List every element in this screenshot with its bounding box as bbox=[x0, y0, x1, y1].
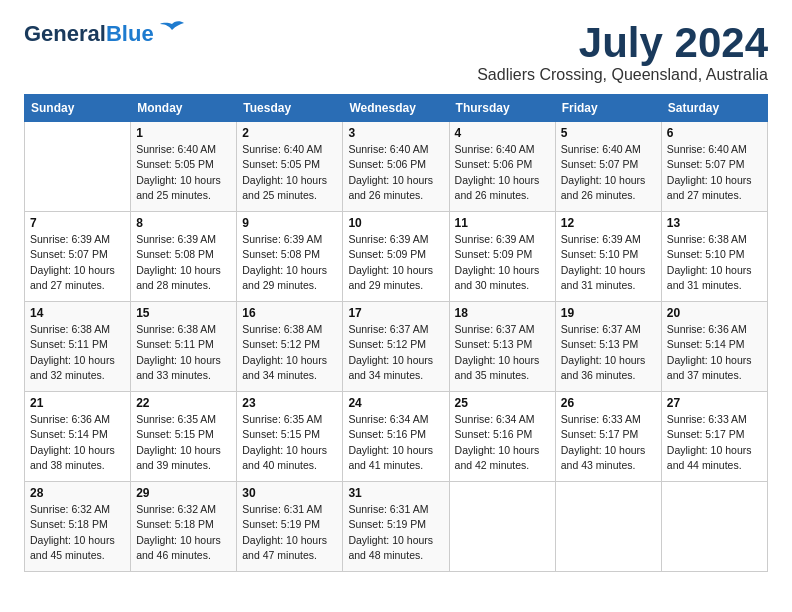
day-info: Sunrise: 6:40 AM Sunset: 5:07 PM Dayligh… bbox=[667, 142, 762, 203]
weekday-header-monday: Monday bbox=[131, 95, 237, 122]
calendar-cell: 14Sunrise: 6:38 AM Sunset: 5:11 PM Dayli… bbox=[25, 302, 131, 392]
calendar-week-row: 1Sunrise: 6:40 AM Sunset: 5:05 PM Daylig… bbox=[25, 122, 768, 212]
day-number: 23 bbox=[242, 396, 337, 410]
day-info: Sunrise: 6:38 AM Sunset: 5:12 PM Dayligh… bbox=[242, 322, 337, 383]
day-number: 7 bbox=[30, 216, 125, 230]
calendar-cell: 2Sunrise: 6:40 AM Sunset: 5:05 PM Daylig… bbox=[237, 122, 343, 212]
calendar-cell: 29Sunrise: 6:32 AM Sunset: 5:18 PM Dayli… bbox=[131, 482, 237, 572]
calendar-cell: 19Sunrise: 6:37 AM Sunset: 5:13 PM Dayli… bbox=[555, 302, 661, 392]
calendar-cell: 31Sunrise: 6:31 AM Sunset: 5:19 PM Dayli… bbox=[343, 482, 449, 572]
logo-bird-icon bbox=[158, 20, 186, 47]
calendar-cell: 30Sunrise: 6:31 AM Sunset: 5:19 PM Dayli… bbox=[237, 482, 343, 572]
calendar-cell: 9Sunrise: 6:39 AM Sunset: 5:08 PM Daylig… bbox=[237, 212, 343, 302]
calendar-cell: 28Sunrise: 6:32 AM Sunset: 5:18 PM Dayli… bbox=[25, 482, 131, 572]
day-number: 5 bbox=[561, 126, 656, 140]
calendar-cell: 21Sunrise: 6:36 AM Sunset: 5:14 PM Dayli… bbox=[25, 392, 131, 482]
day-number: 15 bbox=[136, 306, 231, 320]
calendar-cell: 8Sunrise: 6:39 AM Sunset: 5:08 PM Daylig… bbox=[131, 212, 237, 302]
day-number: 26 bbox=[561, 396, 656, 410]
day-info: Sunrise: 6:38 AM Sunset: 5:10 PM Dayligh… bbox=[667, 232, 762, 293]
day-info: Sunrise: 6:39 AM Sunset: 5:08 PM Dayligh… bbox=[136, 232, 231, 293]
calendar-cell: 3Sunrise: 6:40 AM Sunset: 5:06 PM Daylig… bbox=[343, 122, 449, 212]
calendar-cell: 26Sunrise: 6:33 AM Sunset: 5:17 PM Dayli… bbox=[555, 392, 661, 482]
day-info: Sunrise: 6:40 AM Sunset: 5:05 PM Dayligh… bbox=[242, 142, 337, 203]
calendar-cell: 15Sunrise: 6:38 AM Sunset: 5:11 PM Dayli… bbox=[131, 302, 237, 392]
weekday-header-thursday: Thursday bbox=[449, 95, 555, 122]
day-info: Sunrise: 6:32 AM Sunset: 5:18 PM Dayligh… bbox=[30, 502, 125, 563]
day-info: Sunrise: 6:36 AM Sunset: 5:14 PM Dayligh… bbox=[667, 322, 762, 383]
day-number: 22 bbox=[136, 396, 231, 410]
day-info: Sunrise: 6:39 AM Sunset: 5:09 PM Dayligh… bbox=[455, 232, 550, 293]
day-number: 11 bbox=[455, 216, 550, 230]
day-number: 4 bbox=[455, 126, 550, 140]
day-info: Sunrise: 6:36 AM Sunset: 5:14 PM Dayligh… bbox=[30, 412, 125, 473]
day-number: 20 bbox=[667, 306, 762, 320]
day-number: 3 bbox=[348, 126, 443, 140]
weekday-header-friday: Friday bbox=[555, 95, 661, 122]
calendar-cell: 16Sunrise: 6:38 AM Sunset: 5:12 PM Dayli… bbox=[237, 302, 343, 392]
day-number: 30 bbox=[242, 486, 337, 500]
page-header: GeneralBlue July 2024 Sadliers Crossing,… bbox=[24, 20, 768, 84]
day-info: Sunrise: 6:40 AM Sunset: 5:06 PM Dayligh… bbox=[348, 142, 443, 203]
calendar-cell: 11Sunrise: 6:39 AM Sunset: 5:09 PM Dayli… bbox=[449, 212, 555, 302]
day-number: 14 bbox=[30, 306, 125, 320]
day-number: 16 bbox=[242, 306, 337, 320]
calendar-cell: 22Sunrise: 6:35 AM Sunset: 5:15 PM Dayli… bbox=[131, 392, 237, 482]
day-info: Sunrise: 6:34 AM Sunset: 5:16 PM Dayligh… bbox=[455, 412, 550, 473]
day-number: 24 bbox=[348, 396, 443, 410]
calendar-cell: 27Sunrise: 6:33 AM Sunset: 5:17 PM Dayli… bbox=[661, 392, 767, 482]
day-number: 13 bbox=[667, 216, 762, 230]
calendar-cell: 10Sunrise: 6:39 AM Sunset: 5:09 PM Dayli… bbox=[343, 212, 449, 302]
calendar-cell: 12Sunrise: 6:39 AM Sunset: 5:10 PM Dayli… bbox=[555, 212, 661, 302]
day-info: Sunrise: 6:33 AM Sunset: 5:17 PM Dayligh… bbox=[561, 412, 656, 473]
day-number: 19 bbox=[561, 306, 656, 320]
day-info: Sunrise: 6:39 AM Sunset: 5:10 PM Dayligh… bbox=[561, 232, 656, 293]
day-info: Sunrise: 6:38 AM Sunset: 5:11 PM Dayligh… bbox=[30, 322, 125, 383]
calendar-cell: 5Sunrise: 6:40 AM Sunset: 5:07 PM Daylig… bbox=[555, 122, 661, 212]
day-info: Sunrise: 6:39 AM Sunset: 5:09 PM Dayligh… bbox=[348, 232, 443, 293]
day-number: 21 bbox=[30, 396, 125, 410]
calendar-cell: 25Sunrise: 6:34 AM Sunset: 5:16 PM Dayli… bbox=[449, 392, 555, 482]
logo: GeneralBlue bbox=[24, 20, 186, 47]
day-number: 8 bbox=[136, 216, 231, 230]
month-title: July 2024 bbox=[477, 20, 768, 66]
day-info: Sunrise: 6:39 AM Sunset: 5:08 PM Dayligh… bbox=[242, 232, 337, 293]
calendar-cell: 6Sunrise: 6:40 AM Sunset: 5:07 PM Daylig… bbox=[661, 122, 767, 212]
weekday-header-sunday: Sunday bbox=[25, 95, 131, 122]
calendar-cell: 13Sunrise: 6:38 AM Sunset: 5:10 PM Dayli… bbox=[661, 212, 767, 302]
day-number: 18 bbox=[455, 306, 550, 320]
title-block: July 2024 Sadliers Crossing, Queensland,… bbox=[477, 20, 768, 84]
day-number: 31 bbox=[348, 486, 443, 500]
day-number: 17 bbox=[348, 306, 443, 320]
day-info: Sunrise: 6:39 AM Sunset: 5:07 PM Dayligh… bbox=[30, 232, 125, 293]
calendar-cell bbox=[449, 482, 555, 572]
calendar-cell bbox=[661, 482, 767, 572]
calendar-cell: 7Sunrise: 6:39 AM Sunset: 5:07 PM Daylig… bbox=[25, 212, 131, 302]
weekday-header-saturday: Saturday bbox=[661, 95, 767, 122]
calendar-week-row: 28Sunrise: 6:32 AM Sunset: 5:18 PM Dayli… bbox=[25, 482, 768, 572]
day-info: Sunrise: 6:31 AM Sunset: 5:19 PM Dayligh… bbox=[348, 502, 443, 563]
calendar-cell bbox=[25, 122, 131, 212]
day-info: Sunrise: 6:35 AM Sunset: 5:15 PM Dayligh… bbox=[242, 412, 337, 473]
day-info: Sunrise: 6:31 AM Sunset: 5:19 PM Dayligh… bbox=[242, 502, 337, 563]
day-number: 1 bbox=[136, 126, 231, 140]
day-number: 29 bbox=[136, 486, 231, 500]
day-info: Sunrise: 6:37 AM Sunset: 5:13 PM Dayligh… bbox=[561, 322, 656, 383]
calendar-cell: 4Sunrise: 6:40 AM Sunset: 5:06 PM Daylig… bbox=[449, 122, 555, 212]
day-number: 6 bbox=[667, 126, 762, 140]
day-info: Sunrise: 6:35 AM Sunset: 5:15 PM Dayligh… bbox=[136, 412, 231, 473]
day-info: Sunrise: 6:37 AM Sunset: 5:12 PM Dayligh… bbox=[348, 322, 443, 383]
day-info: Sunrise: 6:40 AM Sunset: 5:07 PM Dayligh… bbox=[561, 142, 656, 203]
day-number: 27 bbox=[667, 396, 762, 410]
calendar-cell: 1Sunrise: 6:40 AM Sunset: 5:05 PM Daylig… bbox=[131, 122, 237, 212]
calendar-cell: 20Sunrise: 6:36 AM Sunset: 5:14 PM Dayli… bbox=[661, 302, 767, 392]
day-info: Sunrise: 6:38 AM Sunset: 5:11 PM Dayligh… bbox=[136, 322, 231, 383]
logo-text: GeneralBlue bbox=[24, 23, 154, 45]
day-number: 25 bbox=[455, 396, 550, 410]
weekday-header-wednesday: Wednesday bbox=[343, 95, 449, 122]
weekday-header-row: SundayMondayTuesdayWednesdayThursdayFrid… bbox=[25, 95, 768, 122]
calendar-cell: 24Sunrise: 6:34 AM Sunset: 5:16 PM Dayli… bbox=[343, 392, 449, 482]
day-number: 2 bbox=[242, 126, 337, 140]
day-number: 10 bbox=[348, 216, 443, 230]
day-info: Sunrise: 6:37 AM Sunset: 5:13 PM Dayligh… bbox=[455, 322, 550, 383]
